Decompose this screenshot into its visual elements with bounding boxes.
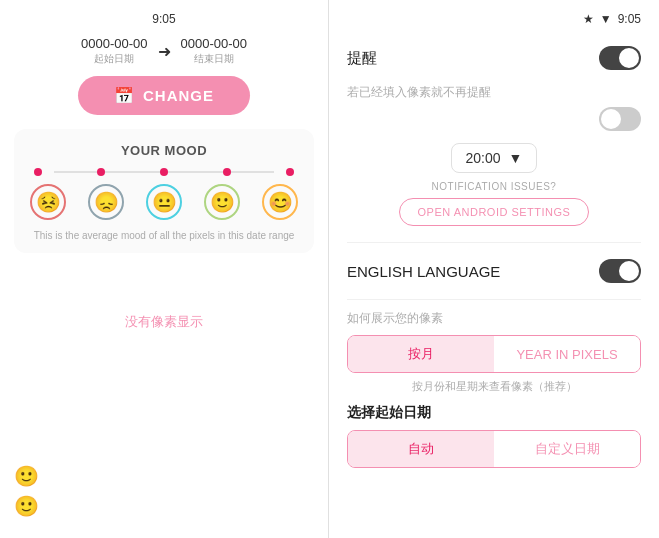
mood-icons: 😣 😞 😐 🙂 😊 bbox=[30, 180, 298, 224]
start-date-section-title: 选择起始日期 bbox=[347, 404, 641, 422]
mood-face-sad: 😞 bbox=[88, 184, 124, 220]
bottom-face-2: 🙂 bbox=[14, 494, 39, 518]
android-settings-button[interactable]: OPEN ANDROID SETTINGS bbox=[399, 198, 590, 226]
mood-dot-5 bbox=[286, 168, 294, 176]
tab-note: 按月份和星期来查看像素（推荐） bbox=[347, 379, 641, 394]
status-bar-right: ★ ▼ 9:05 bbox=[347, 10, 641, 36]
mood-face-angry: 😣 bbox=[30, 184, 66, 220]
end-date-label: 结束日期 bbox=[194, 52, 234, 66]
start-date-tab-group: 自动 自定义日期 bbox=[347, 430, 641, 468]
display-section-label: 如何展示您的像素 bbox=[347, 310, 641, 327]
end-date-block: 0000-00-00 结束日期 bbox=[181, 36, 248, 66]
sub-toggle-knob bbox=[601, 109, 621, 129]
start-date-label: 起始日期 bbox=[94, 52, 134, 66]
no-pixel-text: 没有像素显示 bbox=[125, 313, 203, 331]
left-panel: 9:05 0000-00-00 起始日期 ➜ 0000-00-00 结束日期 📅… bbox=[0, 0, 329, 538]
mood-slider bbox=[30, 168, 298, 176]
reminder-row: 提醒 bbox=[347, 36, 641, 80]
tab-auto[interactable]: 自动 bbox=[348, 431, 494, 467]
mood-card: YOUR MOOD 😣 😞 😐 🙂 😊 This is the average … bbox=[14, 129, 314, 253]
divider-1 bbox=[347, 242, 641, 243]
dropdown-arrow-icon: ▼ bbox=[509, 150, 523, 166]
time-value: 20:00 bbox=[466, 150, 501, 166]
time-dropdown[interactable]: 20:00 ▼ bbox=[451, 143, 538, 173]
mood-face-excited: 😊 bbox=[262, 184, 298, 220]
start-date-block: 0000-00-00 起始日期 bbox=[81, 36, 148, 66]
toggle-knob bbox=[619, 48, 639, 68]
reminder-label: 提醒 bbox=[347, 49, 377, 68]
mood-title: YOUR MOOD bbox=[30, 143, 298, 158]
english-language-row: ENGLISH LANGUAGE bbox=[347, 249, 641, 293]
signal-icon: ▼ bbox=[600, 12, 612, 26]
bottom-face-1: 🙂 bbox=[14, 464, 39, 488]
english-language-label: ENGLISH LANGUAGE bbox=[347, 263, 500, 280]
mood-dot-4 bbox=[223, 168, 231, 176]
arrow-icon: ➜ bbox=[158, 42, 171, 61]
mood-dot-3 bbox=[160, 168, 168, 176]
mood-dot-2 bbox=[97, 168, 105, 176]
right-time: 9:05 bbox=[618, 12, 641, 26]
change-button-label: CHANGE bbox=[143, 87, 214, 104]
status-bar-left: 9:05 bbox=[0, 10, 328, 32]
tab-custom-date[interactable]: 自定义日期 bbox=[494, 431, 640, 467]
tab-monthly[interactable]: 按月 bbox=[348, 336, 494, 372]
display-tab-group: 按月 YEAR IN PIXELS bbox=[347, 335, 641, 373]
reminder-sub: 若已经填入像素就不再提醒 bbox=[347, 80, 641, 107]
end-date-value: 0000-00-00 bbox=[181, 36, 248, 51]
bottom-icons: 🙂 🙂 bbox=[14, 464, 39, 518]
reminder-toggle[interactable] bbox=[599, 46, 641, 70]
mood-face-neutral: 😐 bbox=[146, 184, 182, 220]
english-toggle-knob bbox=[619, 261, 639, 281]
start-date-value: 0000-00-00 bbox=[81, 36, 148, 51]
mood-face-happy: 🙂 bbox=[204, 184, 240, 220]
change-button[interactable]: 📅 CHANGE bbox=[78, 76, 250, 115]
tab-year-in-pixels[interactable]: YEAR IN PIXELS bbox=[494, 336, 640, 372]
calendar-icon: 📅 bbox=[114, 86, 135, 105]
date-range: 0000-00-00 起始日期 ➜ 0000-00-00 结束日期 bbox=[81, 36, 247, 66]
mood-dot-1 bbox=[34, 168, 42, 176]
left-time: 9:05 bbox=[152, 12, 175, 26]
divider-2 bbox=[347, 299, 641, 300]
reminder-sub-toggle[interactable] bbox=[599, 107, 641, 131]
right-panel: ★ ▼ 9:05 提醒 若已经填入像素就不再提醒 20:00 ▼ NOTIFIC… bbox=[329, 0, 659, 538]
star-icon: ★ bbox=[583, 12, 594, 26]
mood-description: This is the average mood of all the pixe… bbox=[30, 230, 298, 241]
notification-issues-label: NOTIFICATION ISSUES? bbox=[347, 181, 641, 192]
english-toggle[interactable] bbox=[599, 259, 641, 283]
